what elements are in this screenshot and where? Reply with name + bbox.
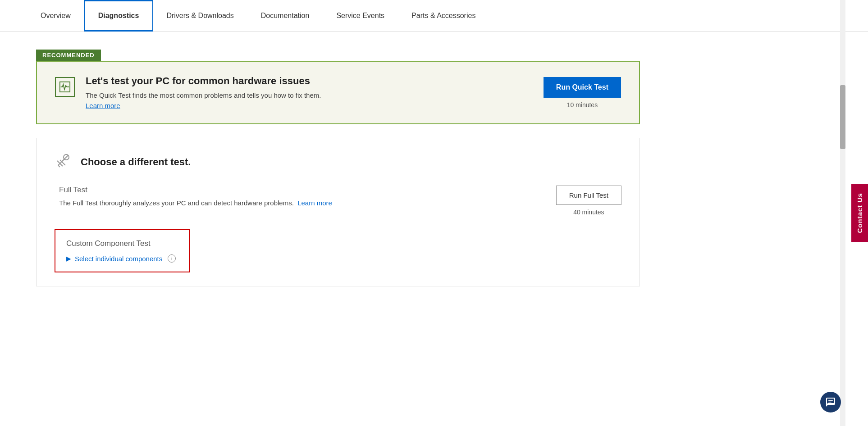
full-test-right: Run Full Test 40 minutes [556, 186, 621, 216]
recommended-section: RECOMMENDED Let's test your PC for commo… [36, 50, 640, 124]
choose-card-header: Choose a different test. [55, 152, 621, 172]
chat-icon [825, 397, 836, 408]
choose-test-heading: Choose a different test. [81, 156, 191, 168]
svg-line-5 [58, 165, 60, 167]
recommended-learn-more[interactable]: Learn more [86, 102, 120, 109]
wrench-icon [55, 152, 72, 172]
arrow-icon: ▶ [66, 255, 71, 262]
full-test-title: Full Test [59, 186, 332, 195]
svg-rect-7 [828, 400, 833, 401]
custom-test-title: Custom Component Test [66, 239, 178, 248]
diagnostics-icon [55, 77, 75, 97]
nav-diagnostics[interactable]: Diagnostics [84, 0, 153, 32]
recommended-description: The Quick Test finds the most common pro… [86, 91, 321, 99]
recommended-heading: Let's test your PC for common hardware i… [86, 75, 321, 87]
recommended-badge: RECOMMENDED [36, 50, 101, 61]
recommended-card-text: Let's test your PC for common hardware i… [86, 75, 321, 110]
nav-service-events[interactable]: Service Events [323, 0, 398, 32]
scrollbar-track[interactable] [840, 0, 845, 426]
contact-us-sidebar[interactable]: Contact Us [851, 184, 868, 242]
select-components-link[interactable]: ▶ Select individual components i [66, 254, 178, 263]
info-icon[interactable]: i [168, 254, 176, 263]
recommended-card-left: Let's test your PC for common hardware i… [55, 75, 321, 110]
custom-component-test-box[interactable]: Custom Component Test ▶ Select individua… [55, 229, 190, 272]
scrollbar-thumb[interactable] [840, 85, 845, 149]
quick-test-time: 10 minutes [567, 101, 598, 109]
top-nav: Overview Diagnostics Drivers & Downloads… [0, 0, 868, 32]
run-quick-test-button[interactable]: Run Quick Test [544, 77, 621, 98]
full-test-time: 40 minutes [573, 208, 604, 216]
select-components-label[interactable]: Select individual components [75, 255, 162, 263]
choose-different-test-section: Choose a different test. Full Test The F… [36, 138, 640, 286]
recommended-card-right: Run Quick Test 10 minutes [544, 77, 621, 109]
chat-button[interactable] [820, 392, 841, 412]
nav-drivers-downloads[interactable]: Drivers & Downloads [153, 0, 247, 32]
full-test-description: The Full Test thoroughly analyzes your P… [59, 199, 332, 207]
full-test-row: Full Test The Full Test thoroughly analy… [55, 186, 621, 216]
svg-rect-8 [828, 402, 831, 403]
nav-overview[interactable]: Overview [27, 0, 84, 32]
full-test-info: Full Test The Full Test thoroughly analy… [59, 186, 332, 207]
run-full-test-button[interactable]: Run Full Test [556, 186, 621, 205]
nav-documentation[interactable]: Documentation [247, 0, 323, 32]
full-test-learn-more[interactable]: Learn more [297, 199, 332, 207]
recommended-card: Let's test your PC for common hardware i… [36, 61, 640, 124]
nav-parts-accessories[interactable]: Parts & Accessories [398, 0, 489, 32]
main-content: RECOMMENDED Let's test your PC for commo… [0, 32, 676, 304]
